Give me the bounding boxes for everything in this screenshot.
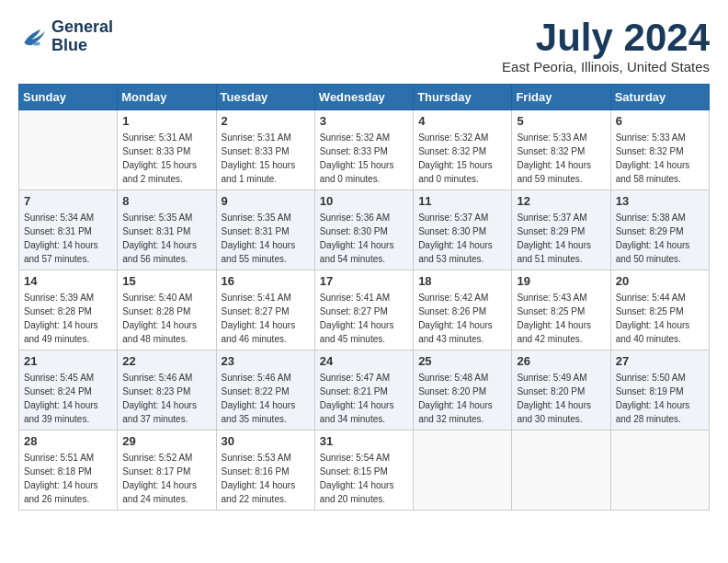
day-info: Sunrise: 5:45 AMSunset: 8:24 PMDaylight:… bbox=[24, 371, 112, 426]
calendar-cell: 3Sunrise: 5:32 AMSunset: 8:33 PMDaylight… bbox=[314, 110, 413, 190]
day-number: 2 bbox=[222, 114, 310, 128]
day-number: 1 bbox=[122, 114, 210, 128]
calendar-cell: 14Sunrise: 5:39 AMSunset: 8:28 PMDayligh… bbox=[19, 270, 118, 350]
calendar-cell: 25Sunrise: 5:48 AMSunset: 8:20 PMDayligh… bbox=[414, 350, 512, 431]
calendar-cell: 12Sunrise: 5:37 AMSunset: 8:29 PMDayligh… bbox=[512, 190, 610, 270]
calendar-cell bbox=[414, 431, 512, 511]
day-info: Sunrise: 5:39 AMSunset: 8:28 PMDaylight:… bbox=[24, 291, 112, 346]
calendar-cell: 7Sunrise: 5:34 AMSunset: 8:31 PMDaylight… bbox=[19, 190, 118, 270]
day-info: Sunrise: 5:35 AMSunset: 8:31 PMDaylight:… bbox=[222, 211, 310, 266]
calendar-header-row: SundayMondayTuesdayWednesdayThursdayFrid… bbox=[19, 85, 710, 110]
day-number: 4 bbox=[418, 114, 506, 128]
calendar-cell: 13Sunrise: 5:38 AMSunset: 8:29 PMDayligh… bbox=[610, 190, 709, 270]
logo-text: General Blue bbox=[51, 18, 113, 55]
day-number: 31 bbox=[320, 434, 408, 448]
header-sunday: Sunday bbox=[19, 85, 118, 110]
calendar-cell: 15Sunrise: 5:40 AMSunset: 8:28 PMDayligh… bbox=[118, 270, 216, 350]
calendar-cell: 10Sunrise: 5:36 AMSunset: 8:30 PMDayligh… bbox=[314, 190, 413, 270]
day-info: Sunrise: 5:43 AMSunset: 8:25 PMDaylight:… bbox=[517, 291, 605, 346]
day-number: 22 bbox=[122, 354, 210, 368]
calendar-week-2: 7Sunrise: 5:34 AMSunset: 8:31 PMDaylight… bbox=[19, 190, 710, 270]
header-saturday: Saturday bbox=[610, 85, 709, 110]
calendar-cell: 19Sunrise: 5:43 AMSunset: 8:25 PMDayligh… bbox=[512, 270, 610, 350]
day-info: Sunrise: 5:37 AMSunset: 8:29 PMDaylight:… bbox=[517, 211, 605, 266]
day-number: 21 bbox=[24, 354, 112, 368]
day-info: Sunrise: 5:46 AMSunset: 8:23 PMDaylight:… bbox=[122, 371, 210, 426]
day-info: Sunrise: 5:32 AMSunset: 8:32 PMDaylight:… bbox=[418, 131, 506, 186]
calendar-cell: 21Sunrise: 5:45 AMSunset: 8:24 PMDayligh… bbox=[19, 350, 118, 431]
header-tuesday: Tuesday bbox=[216, 85, 314, 110]
day-info: Sunrise: 5:42 AMSunset: 8:26 PMDaylight:… bbox=[418, 291, 506, 346]
calendar-cell: 23Sunrise: 5:46 AMSunset: 8:22 PMDayligh… bbox=[216, 350, 314, 431]
calendar-cell: 29Sunrise: 5:52 AMSunset: 8:17 PMDayligh… bbox=[118, 431, 216, 511]
day-info: Sunrise: 5:41 AMSunset: 8:27 PMDaylight:… bbox=[222, 291, 310, 346]
month-title: July 2024 bbox=[502, 18, 710, 57]
day-info: Sunrise: 5:33 AMSunset: 8:32 PMDaylight:… bbox=[616, 131, 704, 186]
logo: General Blue bbox=[18, 18, 113, 55]
day-number: 19 bbox=[517, 274, 605, 288]
day-info: Sunrise: 5:31 AMSunset: 8:33 PMDaylight:… bbox=[122, 131, 210, 186]
day-number: 7 bbox=[24, 194, 112, 208]
calendar-cell bbox=[610, 431, 709, 511]
calendar-cell: 30Sunrise: 5:53 AMSunset: 8:16 PMDayligh… bbox=[216, 431, 314, 511]
day-info: Sunrise: 5:51 AMSunset: 8:18 PMDaylight:… bbox=[24, 451, 112, 506]
calendar-table: SundayMondayTuesdayWednesdayThursdayFrid… bbox=[18, 84, 710, 511]
day-info: Sunrise: 5:54 AMSunset: 8:15 PMDaylight:… bbox=[320, 451, 408, 506]
day-info: Sunrise: 5:48 AMSunset: 8:20 PMDaylight:… bbox=[418, 371, 506, 426]
calendar-cell: 2Sunrise: 5:31 AMSunset: 8:33 PMDaylight… bbox=[216, 110, 314, 190]
calendar-cell: 28Sunrise: 5:51 AMSunset: 8:18 PMDayligh… bbox=[19, 431, 118, 511]
day-info: Sunrise: 5:44 AMSunset: 8:25 PMDaylight:… bbox=[616, 291, 704, 346]
calendar-cell: 26Sunrise: 5:49 AMSunset: 8:20 PMDayligh… bbox=[512, 350, 610, 431]
day-number: 24 bbox=[320, 354, 408, 368]
title-section: July 2024 East Peoria, Illinois, United … bbox=[502, 18, 710, 75]
day-info: Sunrise: 5:41 AMSunset: 8:27 PMDaylight:… bbox=[320, 291, 408, 346]
calendar-cell: 27Sunrise: 5:50 AMSunset: 8:19 PMDayligh… bbox=[610, 350, 709, 431]
calendar-cell bbox=[512, 431, 610, 511]
day-number: 18 bbox=[418, 274, 506, 288]
day-info: Sunrise: 5:34 AMSunset: 8:31 PMDaylight:… bbox=[24, 211, 112, 266]
calendar-cell: 5Sunrise: 5:33 AMSunset: 8:32 PMDaylight… bbox=[512, 110, 610, 190]
calendar-cell: 9Sunrise: 5:35 AMSunset: 8:31 PMDaylight… bbox=[216, 190, 314, 270]
day-number: 28 bbox=[24, 434, 112, 448]
day-number: 25 bbox=[418, 354, 506, 368]
day-number: 11 bbox=[418, 194, 506, 208]
day-number: 13 bbox=[616, 194, 704, 208]
page-header: General Blue July 2024 East Peoria, Illi… bbox=[18, 18, 710, 75]
calendar-week-3: 14Sunrise: 5:39 AMSunset: 8:28 PMDayligh… bbox=[19, 270, 710, 350]
location: East Peoria, Illinois, United States bbox=[502, 59, 710, 75]
day-number: 26 bbox=[517, 354, 605, 368]
calendar-cell: 11Sunrise: 5:37 AMSunset: 8:30 PMDayligh… bbox=[414, 190, 512, 270]
day-number: 23 bbox=[222, 354, 310, 368]
calendar-cell: 22Sunrise: 5:46 AMSunset: 8:23 PMDayligh… bbox=[118, 350, 216, 431]
calendar-cell: 17Sunrise: 5:41 AMSunset: 8:27 PMDayligh… bbox=[314, 270, 413, 350]
calendar-cell: 1Sunrise: 5:31 AMSunset: 8:33 PMDaylight… bbox=[118, 110, 216, 190]
calendar-cell: 31Sunrise: 5:54 AMSunset: 8:15 PMDayligh… bbox=[314, 431, 413, 511]
day-number: 8 bbox=[122, 194, 210, 208]
header-wednesday: Wednesday bbox=[314, 85, 413, 110]
day-number: 9 bbox=[222, 194, 310, 208]
day-number: 15 bbox=[122, 274, 210, 288]
header-friday: Friday bbox=[512, 85, 610, 110]
calendar-week-4: 21Sunrise: 5:45 AMSunset: 8:24 PMDayligh… bbox=[19, 350, 710, 431]
day-number: 14 bbox=[24, 274, 112, 288]
calendar-cell bbox=[19, 110, 118, 190]
day-number: 6 bbox=[616, 114, 704, 128]
calendar-cell: 4Sunrise: 5:32 AMSunset: 8:32 PMDaylight… bbox=[414, 110, 512, 190]
day-number: 3 bbox=[320, 114, 408, 128]
day-info: Sunrise: 5:53 AMSunset: 8:16 PMDaylight:… bbox=[222, 451, 310, 506]
day-number: 17 bbox=[320, 274, 408, 288]
header-monday: Monday bbox=[118, 85, 216, 110]
day-number: 27 bbox=[616, 354, 704, 368]
logo-icon bbox=[18, 22, 48, 52]
day-info: Sunrise: 5:49 AMSunset: 8:20 PMDaylight:… bbox=[517, 371, 605, 426]
day-number: 16 bbox=[222, 274, 310, 288]
calendar-cell: 16Sunrise: 5:41 AMSunset: 8:27 PMDayligh… bbox=[216, 270, 314, 350]
day-info: Sunrise: 5:32 AMSunset: 8:33 PMDaylight:… bbox=[320, 131, 408, 186]
calendar-week-5: 28Sunrise: 5:51 AMSunset: 8:18 PMDayligh… bbox=[19, 431, 710, 511]
day-info: Sunrise: 5:46 AMSunset: 8:22 PMDaylight:… bbox=[222, 371, 310, 426]
calendar-cell: 6Sunrise: 5:33 AMSunset: 8:32 PMDaylight… bbox=[610, 110, 709, 190]
day-info: Sunrise: 5:38 AMSunset: 8:29 PMDaylight:… bbox=[616, 211, 704, 266]
day-info: Sunrise: 5:31 AMSunset: 8:33 PMDaylight:… bbox=[222, 131, 310, 186]
day-info: Sunrise: 5:37 AMSunset: 8:30 PMDaylight:… bbox=[418, 211, 506, 266]
header-thursday: Thursday bbox=[414, 85, 512, 110]
